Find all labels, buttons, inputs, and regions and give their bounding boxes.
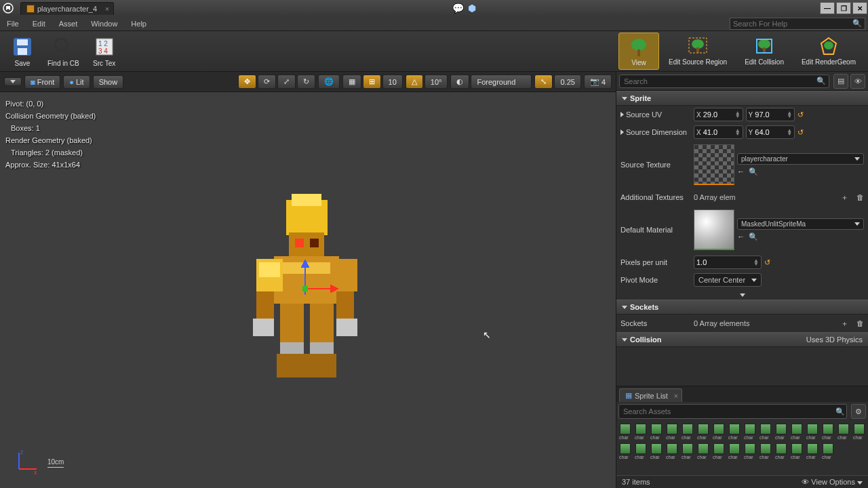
vp-grid-snap[interactable]: ⊞ — [363, 75, 381, 89]
sprite-list-item[interactable]: char — [760, 424, 772, 440]
help-search-input[interactable] — [733, 20, 852, 28]
source-dim-x[interactable]: X▲▼ — [694, 125, 743, 139]
sprite-list-item[interactable]: char — [728, 443, 741, 460]
vp-angle-value[interactable]: 10° — [425, 75, 448, 89]
sprite-list-item[interactable]: char — [697, 443, 709, 460]
reset-icon[interactable]: ↺ — [797, 110, 804, 119]
sprite-list-item[interactable]: char — [650, 443, 663, 460]
sprite-list-item[interactable]: char — [619, 443, 631, 460]
sprite-list-item[interactable]: char — [744, 424, 756, 440]
sprite-list-item[interactable]: char — [650, 424, 663, 440]
add-element-icon[interactable]: ＋ — [841, 192, 848, 203]
vp-show-button[interactable]: Show — [93, 75, 124, 89]
help-search[interactable]: 🔍 — [730, 18, 865, 30]
filter-icon[interactable]: ⚙ — [851, 404, 866, 419]
texture-thumbnail[interactable] — [694, 144, 734, 185]
vp-rotate[interactable]: ⟳ — [258, 75, 276, 89]
sprite-list-item[interactable]: char — [682, 443, 694, 460]
vp-cycle[interactable]: ↻ — [297, 75, 315, 89]
close-icon[interactable]: × — [673, 392, 677, 400]
sprite-list-item[interactable]: char — [775, 443, 787, 460]
expand-icon[interactable] — [620, 129, 624, 135]
menu-window[interactable]: Window — [84, 18, 124, 30]
reset-icon[interactable]: ↺ — [797, 128, 804, 137]
sprite-list-item[interactable]: char — [619, 424, 631, 440]
sprite-list-tab[interactable]: ▦ Sprite List × — [619, 388, 682, 402]
add-element-icon[interactable]: ＋ — [841, 319, 848, 329]
mode-edit-source-region[interactable]: Edit Source Region — [660, 33, 735, 70]
sprite-list-item[interactable]: char — [682, 424, 694, 440]
sprite-list-item[interactable]: char — [775, 424, 787, 440]
sprite-list-item[interactable]: char — [728, 424, 741, 440]
source-texture-dropdown[interactable]: playercharacter — [737, 153, 864, 165]
sprite-list-item[interactable]: char — [806, 443, 818, 460]
details-eye-icon[interactable]: 👁 — [850, 74, 865, 89]
pivot-mode-select[interactable]: Center Center — [694, 273, 762, 287]
default-material-dropdown[interactable]: MaskedUnlitSpriteMa — [737, 218, 864, 230]
category-collision[interactable]: CollisionUses 3D Physics — [616, 332, 868, 347]
vp-grid-value[interactable]: 10 — [382, 75, 403, 89]
sprite-list-item[interactable]: char — [822, 443, 834, 460]
vp-scale-value[interactable]: 0.25 — [554, 75, 580, 89]
mode-edit-rendergeom[interactable]: Edit RenderGeom — [793, 33, 864, 70]
sprite-list-item[interactable]: char — [837, 424, 850, 440]
vp-scale[interactable]: ⤢ — [277, 75, 296, 89]
browse-icon[interactable]: 🔍 — [749, 232, 758, 241]
sprite-list-item[interactable]: char — [791, 424, 803, 440]
vp-lit-button[interactable]: ●Lit — [63, 75, 90, 89]
vp-scale-snap[interactable]: ⤡ — [534, 75, 553, 89]
vp-front-button[interactable]: ◙Front — [24, 75, 60, 89]
details-grid-icon[interactable]: ▤ — [833, 74, 848, 89]
minimize-button[interactable]: — — [820, 2, 835, 14]
vp-camera-speed[interactable]: 📷 4 — [584, 75, 612, 89]
menu-file[interactable]: File — [0, 18, 26, 30]
sprite-list-item[interactable]: char — [635, 443, 647, 460]
source-dim-y[interactable]: Y▲▼ — [746, 125, 795, 139]
save-button[interactable]: Save — [4, 33, 41, 70]
viewport[interactable]: Pivot: (0, 0) Collision Geometry (baked)… — [0, 92, 616, 488]
sprite-list-item[interactable]: char — [822, 424, 834, 440]
menu-help[interactable]: Help — [124, 18, 153, 30]
source-uv-x[interactable]: X▲▼ — [694, 108, 743, 121]
clear-array-icon[interactable]: 🗑 — [856, 193, 864, 201]
mode-view[interactable]: View — [618, 33, 659, 70]
tab-close-icon[interactable]: × — [105, 5, 109, 13]
sprite-list-item[interactable]: char — [713, 424, 725, 440]
category-sprite[interactable]: Sprite — [616, 91, 868, 106]
vp-coord-space[interactable]: 🌐 — [318, 75, 340, 89]
sprite-list-item[interactable]: char — [760, 443, 772, 460]
sprite-list-item[interactable]: char — [713, 443, 725, 460]
sprite-list-item[interactable]: char — [697, 424, 709, 440]
document-tab[interactable]: playercharacter_4 × — [20, 2, 114, 15]
browse-icon[interactable]: 🔍 — [749, 167, 758, 176]
clear-array-icon[interactable]: 🗑 — [856, 319, 864, 327]
close-button[interactable]: ✕ — [852, 2, 867, 14]
use-selected-icon[interactable]: ← — [737, 167, 745, 176]
menu-asset[interactable]: Asset — [52, 18, 85, 30]
chat-icon[interactable]: 💬 — [452, 3, 464, 14]
expand-icon[interactable] — [620, 112, 624, 117]
mode-edit-collision[interactable]: Edit Collision — [736, 33, 792, 70]
find-in-cb-button[interactable]: Find in CB — [41, 33, 86, 70]
use-selected-icon[interactable]: ← — [737, 232, 745, 241]
sprite-list-item[interactable]: char — [791, 443, 803, 460]
sprite-list-item[interactable]: char — [635, 424, 647, 440]
vp-layer-select[interactable]: Foreground — [471, 75, 532, 89]
sprite-list-item[interactable]: char — [666, 443, 678, 460]
vp-surface-snap[interactable]: ▦ — [342, 75, 361, 89]
maximize-button[interactable]: ❐ — [836, 2, 851, 14]
sprite-list-search[interactable] — [618, 404, 847, 419]
category-sockets[interactable]: Sockets — [616, 300, 868, 314]
expand-advanced-icon[interactable] — [616, 289, 868, 300]
sprite-list-grid[interactable]: charcharcharcharcharcharcharcharcharchar… — [616, 421, 868, 475]
view-options-dropdown[interactable]: 👁 View Options — [802, 478, 863, 486]
src-tex-button[interactable]: 1 23 4 Src Tex — [86, 33, 123, 70]
sprite-list-item[interactable]: char — [853, 424, 865, 440]
source-uv-y[interactable]: Y▲▼ — [746, 108, 795, 121]
vp-options-dropdown[interactable] — [4, 77, 22, 86]
reset-icon[interactable]: ↺ — [764, 258, 770, 267]
vp-layer-toggle[interactable]: ◐ — [450, 75, 469, 89]
vp-translate[interactable]: ✥ — [238, 75, 256, 89]
vp-angle-snap[interactable]: △ — [406, 75, 423, 89]
package-icon[interactable]: ⬢ — [468, 3, 476, 14]
